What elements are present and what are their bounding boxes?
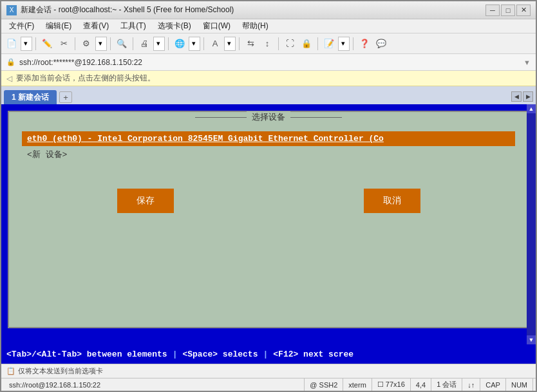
- status-term: xterm: [343, 378, 372, 391]
- toolbar-xftp[interactable]: ⇆: [243, 36, 258, 51]
- terminal-status-seg1: <Tab>/<Alt-Tab> between elements: [1, 344, 173, 364]
- device-item-1[interactable]: <新 设备>: [22, 146, 515, 163]
- cancel-button[interactable]: 取消: [364, 189, 420, 213]
- toolbar-sep9: [317, 37, 318, 50]
- toolbar-sep8: [278, 37, 279, 50]
- terminal-status-line: <Tab>/<Alt-Tab> between elements | <Spac…: [1, 344, 536, 364]
- toolbar-print-dropdown[interactable]: ▾: [153, 37, 165, 51]
- terminal-status-seg2: <Space> selects: [177, 344, 263, 364]
- toolbar-print[interactable]: 🖨: [137, 36, 152, 51]
- terminal-status-sep1: |: [173, 350, 178, 359]
- terminal-status-sep2: |: [263, 350, 268, 359]
- menu-window[interactable]: 窗口(W): [198, 20, 236, 33]
- lock-icon: 🔒: [6, 58, 15, 66]
- status-protocol: @ SSH2: [305, 378, 343, 391]
- title-bar-left: X 新建会话 - root@localhost:~ - Xshell 5 (Fr…: [6, 5, 234, 15]
- bottom-bar: 📋 仅将文本发送到当前选项卡: [1, 364, 536, 378]
- tab-nav-arrows: ◀ ▶: [511, 91, 533, 102]
- status-pos: 4,4: [411, 378, 431, 391]
- menu-bar: 文件(F) 编辑(E) 查看(V) 工具(T) 选项卡(B) 窗口(W) 帮助(…: [1, 19, 536, 33]
- maximize-button[interactable]: □: [501, 5, 515, 16]
- tab-nav-left[interactable]: ◀: [511, 91, 522, 102]
- toolbar-lock[interactable]: 🔒: [299, 36, 314, 51]
- toolbar-sep2: [75, 37, 75, 50]
- toolbar-settings[interactable]: ⚙: [79, 36, 94, 51]
- tab-label: 1 新建会话: [12, 92, 49, 103]
- toolbar-sep5: [168, 37, 169, 50]
- bottom-text: 仅将文本发送到当前选项卡: [18, 366, 531, 376]
- dialog-buttons: 保存 取消: [22, 189, 515, 213]
- address-bar: 🔒 ssh://root:*******@192.168.1.150:22 ▼: [1, 54, 536, 71]
- title-controls: ─ □ ✕: [485, 5, 531, 16]
- toolbar-transfer[interactable]: ↕: [259, 36, 275, 51]
- toolbar-sep4: [133, 37, 133, 50]
- toolbar-help[interactable]: ❓: [357, 36, 372, 51]
- tab-session-1[interactable]: 1 新建会话: [4, 90, 57, 104]
- toolbar-globe-dropdown[interactable]: ▾: [189, 37, 200, 51]
- terminal-status-seg3: <F12> next scree: [268, 344, 359, 364]
- bottom-icon: 📋: [6, 367, 15, 375]
- status-bar: ssh://root@192.168.1.150:22 @ SSH2 xterm…: [1, 378, 536, 391]
- toolbar-sep7: [239, 37, 240, 50]
- toolbar-settings-dropdown[interactable]: ▾: [95, 37, 107, 51]
- scroll-down-arrow[interactable]: ▼: [527, 335, 536, 344]
- device-item-0[interactable]: eth0 (eth0) - Intel Corporation 82545EM …: [22, 131, 515, 146]
- tab-nav-right[interactable]: ▶: [523, 91, 533, 102]
- address-text: ssh://root:*******@192.168.1.150:22: [19, 58, 520, 67]
- title-line-right: [290, 117, 342, 118]
- menu-file[interactable]: 文件(F): [4, 20, 39, 33]
- menu-help[interactable]: 帮助(H): [237, 20, 274, 33]
- window-title: 新建会话 - root@localhost:~ - Xshell 5 (Free…: [21, 5, 234, 15]
- status-arrows: ↓↑: [462, 378, 480, 391]
- dialog-title-text: 选择设备: [247, 111, 290, 123]
- menu-edit[interactable]: 编辑(E): [41, 20, 77, 33]
- status-cap: CAP: [480, 378, 506, 391]
- terminal-area[interactable]: 选择设备 eth0 (eth0) - Intel Corporation 825…: [1, 104, 536, 364]
- scroll-up-arrow[interactable]: ▲: [527, 104, 536, 113]
- tab-bar: 1 新建会话 + ◀ ▶: [1, 86, 536, 104]
- title-line-left: [195, 117, 247, 118]
- menu-tools[interactable]: 工具(T): [115, 20, 151, 33]
- toolbar: 📄 ▾ ✏️ ✂ ⚙ ▾ 🔍 🖨 ▾ 🌐 ▾ A ▾ ⇆ ↕ ⛶ 🔒 📝 ▾ ❓…: [1, 33, 536, 54]
- status-path: ssh://root@192.168.1.150:22: [4, 378, 305, 391]
- status-num: NUM: [506, 378, 533, 391]
- toolbar-globe[interactable]: 🌐: [172, 36, 187, 51]
- device-select-dialog: 选择设备 eth0 (eth0) - Intel Corporation 825…: [8, 111, 529, 328]
- toolbar-compose[interactable]: 📝: [321, 36, 337, 51]
- status-sessions: 1 会话: [431, 378, 462, 391]
- save-button[interactable]: 保存: [117, 189, 174, 213]
- toolbar-font[interactable]: A: [207, 36, 223, 51]
- toolbar-compose-dropdown[interactable]: ▾: [338, 37, 350, 51]
- toolbar-edit[interactable]: ✏️: [39, 36, 55, 51]
- toolbar-edit2[interactable]: ✂: [56, 36, 71, 51]
- toolbar-expand[interactable]: ⛶: [282, 36, 297, 51]
- toolbar-find[interactable]: 🔍: [114, 36, 129, 51]
- tab-add-button[interactable]: +: [59, 91, 72, 103]
- toolbar-sep6: [203, 37, 204, 50]
- toolbar-new-dropdown[interactable]: ▾: [21, 37, 32, 51]
- scroll-thumb: [527, 113, 536, 335]
- menu-view[interactable]: 查看(V): [78, 20, 114, 33]
- address-dropdown-arrow[interactable]: ▼: [523, 59, 531, 66]
- toolbar-new[interactable]: 📄: [4, 36, 19, 51]
- arrow-left-icon: ◁: [6, 74, 12, 83]
- info-text: 要添加当前会话，点击左侧的箭头按钮。: [16, 73, 155, 84]
- close-button[interactable]: ✕: [516, 5, 531, 16]
- toolbar-chat[interactable]: 💬: [373, 36, 389, 51]
- app-icon: X: [6, 5, 17, 15]
- status-size: ☐ 77x16: [372, 378, 411, 391]
- terminal-scrollbar[interactable]: ▲ ▼: [527, 104, 536, 344]
- info-bar: ◁ 要添加当前会话，点击左侧的箭头按钮。: [1, 71, 536, 86]
- menu-tabs[interactable]: 选项卡(B): [153, 20, 196, 33]
- title-bar: X 新建会话 - root@localhost:~ - Xshell 5 (Fr…: [1, 1, 536, 19]
- dialog-title-bar: 选择设备: [195, 111, 342, 123]
- toolbar-font-dropdown[interactable]: ▾: [224, 37, 236, 51]
- dialog-content: eth0 (eth0) - Intel Corporation 82545EM …: [22, 131, 515, 169]
- device-list: eth0 (eth0) - Intel Corporation 82545EM …: [22, 131, 515, 163]
- minimize-button[interactable]: ─: [485, 5, 500, 16]
- toolbar-sep10: [353, 37, 353, 50]
- toolbar-sep3: [110, 37, 111, 50]
- app-window: X 新建会话 - root@localhost:~ - Xshell 5 (Fr…: [0, 0, 537, 392]
- toolbar-sep1: [35, 37, 36, 50]
